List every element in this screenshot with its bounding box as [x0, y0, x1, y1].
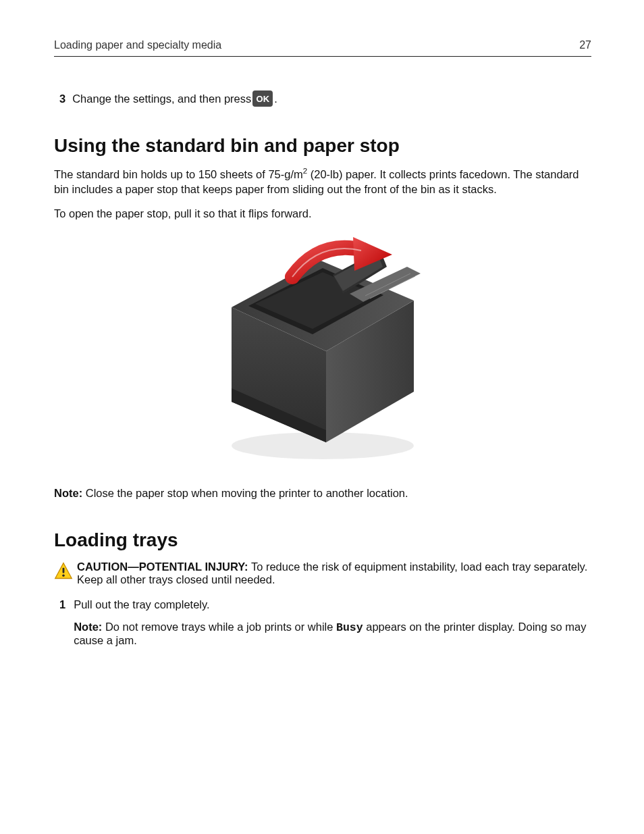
busy-text: Busy	[336, 621, 363, 634]
step1-note-a: Do not remove trays while a job prints o…	[102, 621, 336, 633]
caution-label: CAUTION—POTENTIAL INJURY:	[77, 561, 248, 573]
svg-rect-14	[63, 567, 65, 573]
step-text-before: Change the settings, and then press	[72, 93, 251, 105]
header-rule	[54, 56, 591, 57]
step1-text: Pull out the tray completely.	[74, 598, 591, 611]
section1-p1: The standard bin holds up to 150 sheets …	[54, 166, 591, 197]
step-text-after: .	[274, 93, 277, 105]
step-3: 3 Change the settings, and then press OK…	[59, 90, 591, 107]
section-heading-loading-trays: Loading trays	[54, 529, 591, 551]
header-title: Loading paper and specialty media	[54, 39, 221, 51]
note-label: Note:	[54, 487, 82, 499]
step1-note: Note: Do not remove trays while a job pr…	[74, 621, 591, 647]
caution-text-wrap: CAUTION—POTENTIAL INJURY: To reduce the …	[77, 561, 591, 586]
ok-button-icon: OK	[252, 90, 273, 107]
section-heading-standard-bin: Using the standard bin and paper stop	[54, 135, 591, 157]
step-1: 1 Pull out the tray completely. Note: Do…	[59, 598, 591, 647]
note-text: Close the paper stop when moving the pri…	[82, 487, 408, 499]
step1-note-label: Note:	[74, 621, 102, 633]
caution-block: CAUTION—POTENTIAL INJURY: To reduce the …	[54, 561, 591, 586]
caution-icon	[54, 562, 73, 581]
step1-number: 1	[59, 598, 65, 647]
p1-a: The standard bin holds up to 150 sheets …	[54, 168, 303, 180]
step-number: 3	[59, 93, 65, 105]
page-number: 27	[579, 39, 591, 51]
svg-point-15	[62, 574, 65, 577]
section1-p2: To open the paper stop, pull it so that …	[54, 206, 591, 221]
printer-figure	[54, 233, 591, 463]
section1-note: Note: Close the paper stop when moving t…	[54, 486, 591, 500]
